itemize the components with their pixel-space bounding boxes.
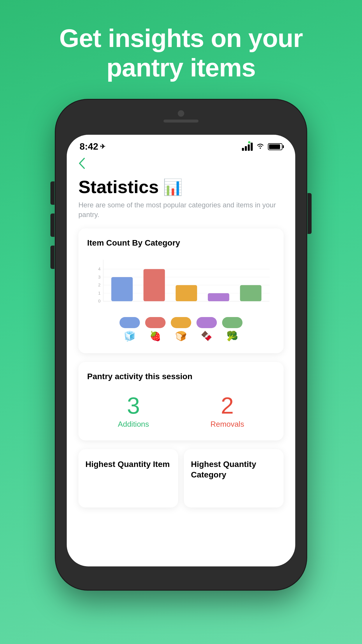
legend-pill-frozen [120, 317, 140, 328]
location-icon: ✈ [100, 143, 105, 150]
app-content[interactable]: Statistics 📊 Here are some of the most p… [67, 155, 295, 566]
highest-quantity-item-card: Highest Quantity Item [78, 449, 178, 508]
svg-text:2: 2 [98, 283, 101, 287]
legend-emoji-frozen: 🧊 [124, 330, 136, 342]
bottom-cards: Highest Quantity Item Highest Quantity C… [78, 449, 284, 508]
signal-bar-1 [242, 148, 244, 151]
category-legend: 🧊 🍓 🍞 🍫 [87, 314, 275, 344]
legend-pill-veggie [222, 317, 242, 328]
svg-point-0 [260, 148, 261, 149]
highest-quantity-category-card: Highest Quantity Category [184, 449, 284, 508]
svg-text:3: 3 [98, 274, 101, 279]
svg-rect-16 [240, 285, 261, 301]
activity-row: 3 Additions 2 Removals [87, 388, 275, 432]
legend-pill-fruit [145, 317, 166, 328]
svg-rect-15 [208, 293, 229, 301]
signal-bar-4 [251, 143, 253, 151]
battery-fill [269, 144, 280, 149]
legend-item-bread: 🍞 [171, 317, 191, 342]
svg-rect-12 [111, 277, 133, 301]
additions-stat: 3 Additions [118, 394, 149, 429]
legend-emoji-bread: 🍞 [175, 330, 187, 342]
highest-quantity-category-title: Highest Quantity Category [191, 459, 277, 480]
legend-emoji-veggie: 🥦 [226, 330, 238, 342]
legend-pill-chocolate [196, 317, 217, 328]
legend-emoji-fruit: 🍓 [150, 330, 161, 342]
additions-label: Additions [118, 420, 149, 429]
legend-item-veggie: 🥦 [222, 317, 242, 342]
svg-text:4: 4 [98, 267, 101, 271]
item-count-card: Item Count By Category 0 1 2 3 4 [78, 228, 284, 353]
time-text: 8:42 [80, 141, 98, 152]
signal-bars [242, 143, 253, 151]
removals-label: Removals [210, 420, 244, 429]
status-icons [242, 142, 282, 151]
legend-emoji-chocolate: 🍫 [201, 330, 212, 342]
phone-camera [178, 110, 184, 117]
page-subtitle: Here are some of the most popular catego… [78, 200, 284, 220]
page-title-text: Statistics [78, 177, 159, 197]
svg-text:1: 1 [98, 291, 101, 295]
legend-pill-bread [171, 317, 191, 328]
highest-quantity-item-title: Highest Quantity Item [85, 459, 171, 470]
item-count-title: Item Count By Category [87, 238, 275, 248]
phone-mockup: 8:42 ✈ [56, 100, 306, 590]
back-button[interactable] [78, 155, 85, 177]
hero-title: Get insights on your pantry items [0, 0, 362, 97]
legend-item-frozen: 🧊 [120, 317, 140, 342]
wifi-icon [256, 142, 264, 151]
svg-text:0: 0 [98, 299, 101, 303]
bar-chart: 0 1 2 3 4 [87, 255, 275, 313]
signal-bar-3 [248, 144, 250, 151]
removals-count: 2 [221, 394, 234, 417]
legend-item-fruit: 🍓 [145, 317, 166, 342]
battery-icon [268, 143, 282, 150]
status-time: 8:42 ✈ [80, 141, 105, 152]
activity-card: Pantry activity this session 3 Additions… [78, 362, 284, 440]
removals-stat: 2 Removals [210, 394, 244, 429]
additions-count: 3 [127, 394, 140, 417]
phone-screen: 8:42 ✈ [67, 135, 295, 566]
chart-emoji: 📊 [163, 178, 182, 196]
phone-notch [164, 110, 198, 123]
svg-rect-13 [143, 269, 165, 301]
legend-item-chocolate: 🍫 [196, 317, 217, 342]
signal-bar-2 [245, 146, 247, 151]
status-bar: 8:42 ✈ [67, 135, 295, 155]
phone-speaker [164, 120, 198, 123]
svg-rect-14 [176, 285, 197, 301]
page-title: Statistics 📊 [78, 177, 182, 197]
activity-title: Pantry activity this session [87, 372, 275, 381]
title-row: Statistics 📊 [78, 177, 284, 197]
